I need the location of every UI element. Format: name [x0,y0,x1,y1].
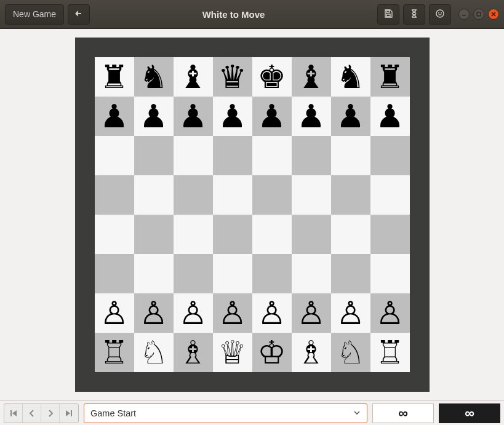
square-e4[interactable] [252,215,292,254]
square-f5[interactable] [292,175,331,215]
piece-wb[interactable]: ♗ [178,336,207,368]
square-f3[interactable] [292,254,331,293]
square-h1[interactable]: ♖ [370,333,410,372]
piece-bp[interactable]: ♟ [178,100,207,132]
square-f2[interactable]: ♙ [292,293,331,333]
piece-bp[interactable]: ♟ [100,100,129,132]
square-e5[interactable] [252,175,292,215]
square-a5[interactable] [95,175,134,215]
square-h8[interactable]: ♜ [370,57,410,97]
piece-wb[interactable]: ♗ [297,336,326,368]
piece-bp[interactable]: ♟ [297,100,326,132]
square-b4[interactable] [134,215,174,254]
square-d7[interactable]: ♟ [213,97,252,136]
piece-bp[interactable]: ♟ [336,100,365,132]
square-h3[interactable] [370,254,410,293]
piece-wr[interactable]: ♖ [375,336,404,368]
square-a2[interactable]: ♙ [95,293,134,333]
piece-wn[interactable]: ♘ [139,336,168,368]
square-h7[interactable]: ♟ [370,97,410,136]
undo-button[interactable] [68,4,90,25]
square-e8[interactable]: ♚ [252,57,292,97]
square-d2[interactable]: ♙ [213,293,252,333]
square-d4[interactable] [213,215,252,254]
square-b2[interactable]: ♙ [134,293,174,333]
piece-wp[interactable]: ♙ [297,297,326,329]
piece-bp[interactable]: ♟ [218,100,247,132]
square-g5[interactable] [331,175,370,215]
piece-wp[interactable]: ♙ [178,297,207,329]
nav-next-button[interactable] [41,404,60,423]
square-b6[interactable] [134,136,174,175]
square-a3[interactable] [95,254,134,293]
piece-bb[interactable]: ♝ [178,61,207,93]
move-selector[interactable]: Game Start [84,403,367,423]
square-d8[interactable]: ♛ [213,57,252,97]
square-a1[interactable]: ♖ [95,333,134,372]
square-h2[interactable]: ♙ [370,293,410,333]
square-c1[interactable]: ♗ [174,333,213,372]
square-b1[interactable]: ♘ [134,333,174,372]
square-c6[interactable] [174,136,213,175]
maximize-button[interactable] [473,9,484,20]
square-d3[interactable] [213,254,252,293]
square-g3[interactable] [331,254,370,293]
square-f8[interactable]: ♝ [292,57,331,97]
square-c2[interactable]: ♙ [174,293,213,333]
square-f6[interactable] [292,136,331,175]
square-a6[interactable] [95,136,134,175]
square-e1[interactable]: ♔ [252,333,292,372]
square-e7[interactable]: ♟ [252,97,292,136]
square-c4[interactable] [174,215,213,254]
resign-button[interactable] [403,4,425,25]
square-d5[interactable] [213,175,252,215]
square-e6[interactable] [252,136,292,175]
square-f1[interactable]: ♗ [292,333,331,372]
piece-bp[interactable]: ♟ [375,100,404,132]
piece-wp[interactable]: ♙ [375,297,404,329]
square-a4[interactable] [95,215,134,254]
piece-bp[interactable]: ♟ [139,100,168,132]
nav-last-button[interactable] [60,404,78,423]
square-g8[interactable]: ♞ [331,57,370,97]
piece-br[interactable]: ♜ [100,61,129,93]
square-c8[interactable]: ♝ [174,57,213,97]
square-d1[interactable]: ♕ [213,333,252,372]
square-b7[interactable]: ♟ [134,97,174,136]
piece-bb[interactable]: ♝ [297,61,326,93]
piece-bn[interactable]: ♞ [336,61,365,93]
square-e3[interactable] [252,254,292,293]
emoji-button[interactable] [429,4,451,25]
square-c7[interactable]: ♟ [174,97,213,136]
square-b5[interactable] [134,175,174,215]
piece-wp[interactable]: ♙ [139,297,168,329]
square-a8[interactable]: ♜ [95,57,134,97]
piece-bn[interactable]: ♞ [139,61,168,93]
nav-prev-button[interactable] [23,404,41,423]
square-b8[interactable]: ♞ [134,57,174,97]
square-d6[interactable] [213,136,252,175]
square-g2[interactable]: ♙ [331,293,370,333]
piece-wq[interactable]: ♕ [218,336,247,368]
piece-wn[interactable]: ♘ [336,336,365,368]
piece-wp[interactable]: ♙ [336,297,365,329]
nav-first-button[interactable] [4,404,23,423]
square-g7[interactable]: ♟ [331,97,370,136]
piece-wp[interactable]: ♙ [257,297,286,329]
square-h5[interactable] [370,175,410,215]
square-e2[interactable]: ♙ [252,293,292,333]
square-f4[interactable] [292,215,331,254]
square-g1[interactable]: ♘ [331,333,370,372]
save-button[interactable] [377,4,399,25]
square-a7[interactable]: ♟ [95,97,134,136]
close-button[interactable] [488,9,499,20]
square-c3[interactable] [174,254,213,293]
square-g4[interactable] [331,215,370,254]
piece-bk[interactable]: ♚ [257,61,286,93]
piece-wp[interactable]: ♙ [218,297,247,329]
piece-wk[interactable]: ♔ [257,336,286,368]
square-h4[interactable] [370,215,410,254]
piece-bq[interactable]: ♛ [218,61,247,93]
square-b3[interactable] [134,254,174,293]
piece-wr[interactable]: ♖ [100,336,129,368]
